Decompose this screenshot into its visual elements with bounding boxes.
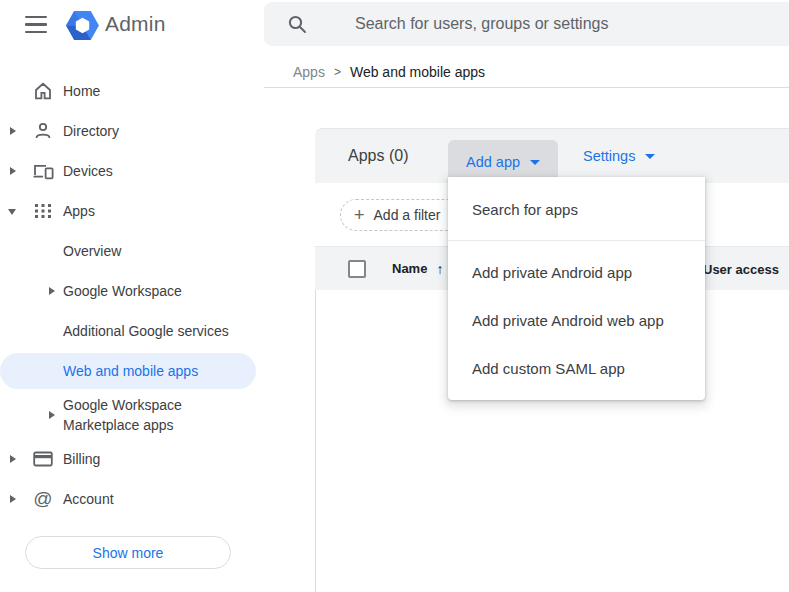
add-app-button-label: Add app: [466, 154, 520, 170]
breadcrumb-separator: >: [334, 65, 341, 79]
plus-icon: +: [354, 206, 365, 224]
expand-arrow-icon[interactable]: [49, 287, 55, 295]
sidebar-item-label: Additional Google services: [63, 323, 229, 339]
chevron-down-icon: [530, 160, 540, 165]
menu-item-add-private-android-web-app[interactable]: Add private Android web app: [448, 296, 705, 344]
column-header-name[interactable]: Name ↑: [392, 261, 443, 277]
sidebar-item-account[interactable]: @ Account: [0, 479, 256, 519]
search-icon: [287, 14, 307, 34]
menu-item-search-for-apps[interactable]: Search for apps: [448, 185, 705, 233]
sidebar-item-directory[interactable]: Directory: [0, 111, 256, 151]
settings-button-label: Settings: [583, 148, 635, 164]
sidebar-item-label: Google Workspace Marketplace apps: [63, 395, 203, 435]
sidebar-item-devices[interactable]: Devices: [0, 151, 256, 191]
sidebar-item-web-and-mobile-apps[interactable]: Web and mobile apps: [0, 353, 256, 389]
collapse-arrow-icon[interactable]: [8, 209, 16, 215]
global-search-bar[interactable]: [264, 2, 789, 46]
menu-item-add-private-android-app[interactable]: Add private Android app: [448, 248, 705, 296]
sidebar-item-label: Directory: [63, 123, 119, 139]
sidebar-item-label: Apps: [63, 203, 95, 219]
show-more-button[interactable]: Show more: [25, 536, 231, 569]
menu-item-add-custom-saml-app[interactable]: Add custom SAML app: [448, 344, 705, 392]
admin-console-screen: Admin Apps > Web and mobile apps Home Di…: [0, 0, 789, 592]
apps-toolbar: Apps (0) Add app Settings: [315, 128, 789, 183]
apps-count-title: Apps (0): [348, 147, 408, 165]
sidebar-item-label: Account: [63, 491, 114, 507]
expand-arrow-icon[interactable]: [10, 495, 16, 503]
sidebar-item-apps[interactable]: Apps: [0, 191, 256, 231]
home-icon: [31, 79, 55, 103]
at-icon: @: [31, 487, 55, 511]
add-filter-label: Add a filter: [374, 207, 441, 223]
sidebar-item-marketplace-apps[interactable]: Google Workspace Marketplace apps: [0, 391, 256, 439]
column-header-user-access[interactable]: User access: [703, 261, 779, 276]
sidebar-item-additional-google-services[interactable]: Additional Google services: [0, 311, 256, 351]
sidebar-item-label: Overview: [63, 243, 121, 259]
expand-arrow-icon[interactable]: [49, 411, 55, 419]
apps-grid-icon: [31, 199, 55, 223]
billing-icon: [31, 447, 55, 471]
sidebar-item-google-workspace[interactable]: Google Workspace: [0, 271, 256, 311]
person-icon: [31, 119, 55, 143]
expand-arrow-icon[interactable]: [10, 167, 16, 175]
sidebar-item-overview[interactable]: Overview: [0, 231, 256, 271]
sidebar-item-label: Web and mobile apps: [63, 363, 198, 379]
header-divider: [264, 87, 789, 88]
chevron-down-icon: [645, 154, 655, 159]
search-input[interactable]: [355, 2, 775, 46]
sidebar-item-label: Google Workspace: [63, 283, 182, 299]
sidebar-item-label: Devices: [63, 163, 113, 179]
google-admin-logo-icon: [64, 7, 101, 44]
settings-button[interactable]: Settings: [583, 129, 655, 183]
sidebar-item-billing[interactable]: Billing: [0, 439, 256, 479]
add-app-dropdown-menu: Search for apps Add private Android app …: [448, 177, 705, 400]
sidebar-item-home[interactable]: Home: [0, 71, 256, 111]
expand-arrow-icon[interactable]: [10, 127, 16, 135]
menu-hamburger-icon[interactable]: [25, 16, 47, 33]
sidebar-item-label: Billing: [63, 451, 100, 467]
expand-arrow-icon[interactable]: [10, 455, 16, 463]
breadcrumb-parent[interactable]: Apps: [293, 64, 325, 80]
breadcrumb-current: Web and mobile apps: [350, 64, 485, 80]
breadcrumb: Apps > Web and mobile apps: [293, 64, 485, 80]
product-name: Admin: [105, 12, 166, 36]
menu-divider: [448, 240, 705, 241]
sidebar-item-label: Home: [63, 83, 100, 99]
sort-ascending-icon: ↑: [436, 261, 443, 277]
select-all-checkbox[interactable]: [348, 260, 366, 278]
devices-icon: [31, 159, 55, 183]
